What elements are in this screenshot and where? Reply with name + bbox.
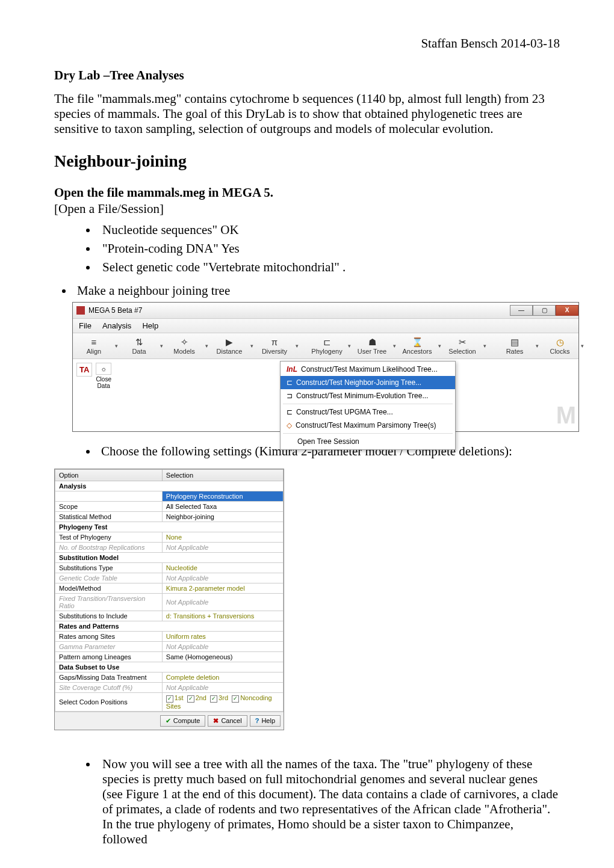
options-row-value[interactable]: Kimura 2-parameter model xyxy=(162,583,283,593)
options-row-value[interactable]: Phylogeny Reconstruction xyxy=(162,491,283,501)
options-row: Substitution Model xyxy=(55,552,284,562)
options-row-label xyxy=(55,491,163,501)
options-row: Model/MethodKimura 2-parameter model xyxy=(55,583,284,593)
toolbar-rates[interactable]: ▤Rates xyxy=(497,336,532,356)
toolbar-data[interactable]: ⇅Data xyxy=(122,336,157,356)
toolbar-phylogeny[interactable]: ⊏Phylogeny xyxy=(309,336,344,356)
options-row: Analysis xyxy=(55,481,284,491)
menu-item-label: Construct/Test Maximum Likelihood Tree..… xyxy=(301,365,438,374)
toolbar-selection[interactable]: ✂Selection xyxy=(445,336,480,356)
rates-icon: ▤ xyxy=(510,337,519,348)
mega-window: MEGA 5 Beta #7 — ▢ X File Analysis Help … xyxy=(72,302,579,432)
checkbox-icon[interactable]: ✓ xyxy=(166,695,173,703)
options-col-selection: Selection xyxy=(162,469,283,481)
ta-box[interactable]: TA xyxy=(76,363,92,377)
distance-icon: ▶ xyxy=(226,337,233,348)
options-row-label: Model/Method xyxy=(55,583,163,593)
checkbox-icon[interactable]: ✓ xyxy=(210,695,217,703)
document-page: Staffan Bensch 2014-03-18 Dry Lab –Tree … xyxy=(0,0,614,868)
chevron-down-icon[interactable]: ▾ xyxy=(249,343,255,349)
chevron-down-icon[interactable]: ▾ xyxy=(392,343,397,349)
menu-item-mp[interactable]: ◇ Construct/Test Maximum Parsimony Tree(… xyxy=(281,419,455,432)
options-row: ScopeAll Selected Taxa xyxy=(55,501,284,511)
clock-icon: ◷ xyxy=(556,337,564,348)
tree-icon: ⊏ xyxy=(287,378,293,387)
options-row: Gamma ParameterNot Applicable xyxy=(55,641,284,651)
options-row-value[interactable]: d: Transitions + Transversions xyxy=(162,611,283,621)
toolbar-label: Align xyxy=(87,348,101,355)
options-row: Phylogeny Reconstruction xyxy=(55,491,284,501)
minimize-button[interactable]: — xyxy=(510,305,533,316)
options-row-codon: Select Codon Positions ✓1st ✓2nd ✓3rd ✓N… xyxy=(55,692,284,711)
menu-item-ml[interactable]: InL Construct/Test Maximum Likelihood Tr… xyxy=(281,363,455,376)
options-row-value[interactable]: Complete deletion xyxy=(162,672,283,682)
options-row-value[interactable]: Same (Homogeneous) xyxy=(162,651,283,662)
toolbar-label: Rates xyxy=(506,348,524,355)
options-row-value[interactable]: Uniform rates xyxy=(162,631,283,641)
options-button-row: ✔Compute ✖Cancel ?Help xyxy=(55,712,284,730)
button-label: Compute xyxy=(173,717,200,724)
toolbar-usertree[interactable]: ☗User Tree xyxy=(355,336,389,356)
menu-item-label: Construct/Test UPGMA Tree... xyxy=(296,408,393,416)
help-button[interactable]: ?Help xyxy=(250,715,281,727)
options-row-value[interactable]: Neighbor-joining xyxy=(162,511,283,522)
chevron-down-icon[interactable]: ▾ xyxy=(437,343,442,349)
usertree-icon: ☗ xyxy=(368,337,376,348)
chevron-down-icon[interactable]: ▾ xyxy=(204,343,209,349)
toolbar-label: Selection xyxy=(448,348,476,355)
checkbox-icon[interactable]: ✓ xyxy=(187,695,194,703)
menu-item-nj[interactable]: ⊏ Construct/Test Neighbor-Joining Tree..… xyxy=(281,376,455,389)
chevron-down-icon[interactable]: ▾ xyxy=(580,343,585,349)
options-row-value[interactable]: None xyxy=(162,532,283,542)
options-row-label: Site Coverage Cutoff (%) xyxy=(55,682,163,692)
bullet-list-a: Nucleotide sequences" OK "Protein-coding… xyxy=(54,223,560,275)
chevron-down-icon[interactable]: ▾ xyxy=(347,343,352,349)
toolbar-clocks[interactable]: ◷Clocks xyxy=(542,336,577,356)
toolbar-label: Ancestors xyxy=(403,348,432,355)
menu-help[interactable]: Help xyxy=(142,321,158,330)
cancel-button[interactable]: ✖Cancel xyxy=(208,715,247,727)
toolbar-label: Clocks xyxy=(550,348,569,355)
chevron-down-icon[interactable]: ▾ xyxy=(535,343,540,349)
maximize-button[interactable]: ▢ xyxy=(533,305,556,316)
heading-nj: Neighbour-joining xyxy=(54,152,560,171)
options-codon-checks: ✓1st ✓2nd ✓3rd ✓Noncoding Sites xyxy=(162,692,283,711)
phylogeny-icon: ⊏ xyxy=(323,337,331,348)
options-row-value: Not Applicable xyxy=(162,573,283,583)
sun-box[interactable]: ☼ xyxy=(96,363,111,375)
menu-item-upgma[interactable]: ⊏ Construct/Test UPGMA Tree... xyxy=(281,405,455,419)
checkbox-icon[interactable]: ✓ xyxy=(232,695,239,703)
options-row-value[interactable]: Nucleotide xyxy=(162,562,283,573)
check-label: 3rd xyxy=(219,694,228,701)
toolbar-distance[interactable]: ▶Distance xyxy=(212,336,247,356)
app-icon xyxy=(76,306,85,315)
toolbar-diversity[interactable]: πDiversity xyxy=(257,336,292,356)
toolbar-label: Data xyxy=(132,348,146,355)
tree-icon: ⊏ xyxy=(287,408,293,416)
chevron-down-icon[interactable]: ▾ xyxy=(159,343,164,349)
chevron-down-icon[interactable]: ▾ xyxy=(294,343,300,349)
menu-item-label: Open Tree Session xyxy=(297,437,359,446)
menu-analysis[interactable]: Analysis xyxy=(102,321,131,330)
open-file-line: Open the file mammals.meg in MEGA 5. xyxy=(54,185,560,200)
toolbar-align[interactable]: ≡Align xyxy=(76,336,111,356)
options-row-label: Gamma Parameter xyxy=(55,641,163,651)
toolbar-models[interactable]: ✧Models xyxy=(167,336,202,356)
menu-item-open-session[interactable]: Open Tree Session xyxy=(281,435,455,448)
menu-item-me[interactable]: ⊐ Construct/Test Minimum-Evolution Tree.… xyxy=(281,389,455,402)
chevron-down-icon[interactable]: ▾ xyxy=(482,343,488,349)
bullet-nj-wrap: Make a neighbour joining tree xyxy=(54,283,560,298)
mega-menubar: File Analysis Help xyxy=(73,319,578,333)
close-button[interactable]: X xyxy=(556,305,578,316)
toolbar-ancestors[interactable]: ⌛Ancestors xyxy=(400,336,435,356)
ancestors-icon: ⌛ xyxy=(412,337,423,348)
options-row-value[interactable]: All Selected Taxa xyxy=(162,501,283,511)
menu-file[interactable]: File xyxy=(79,321,91,330)
compute-button[interactable]: ✔Compute xyxy=(160,715,206,727)
phylogeny-dropdown-menu: InL Construct/Test Maximum Likelihood Tr… xyxy=(280,361,456,450)
menu-divider xyxy=(283,404,453,404)
options-group-label: Phylogeny Test xyxy=(55,522,284,532)
tree-icon: ◇ xyxy=(287,421,292,429)
options-row: Substitutions to Included: Transitions +… xyxy=(55,611,284,621)
chevron-down-icon[interactable]: ▾ xyxy=(114,343,119,349)
